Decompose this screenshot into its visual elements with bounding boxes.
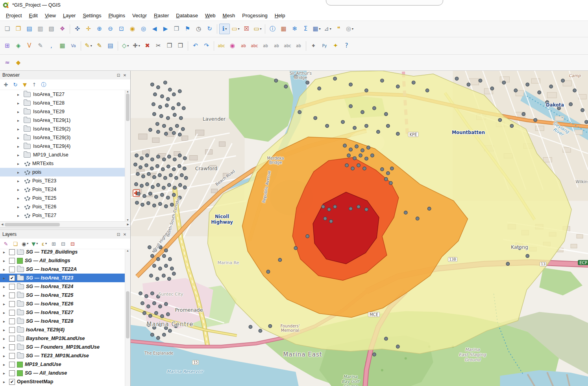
pan-map-button[interactable]: ✜ <box>72 24 83 34</box>
layer-visibility-checkbox[interactable] <box>9 310 15 316</box>
menu-item-plugins[interactable]: Plugins <box>105 11 129 20</box>
elevation-profile-button[interactable]: ≈ <box>2 57 13 68</box>
refresh-browser-button[interactable]: ↻ <box>11 80 20 89</box>
rotate-label-button[interactable]: ab <box>271 40 282 51</box>
expand-arrow-icon[interactable]: ▸ <box>17 179 21 183</box>
layer-visibility-checkbox[interactable] <box>9 249 15 255</box>
expand-arrow-icon[interactable]: ▸ <box>17 127 21 131</box>
dropdown-arrow-icon[interactable]: ▾ <box>319 28 321 31</box>
help-contents-button[interactable]: ? <box>341 40 352 51</box>
browser-item[interactable]: ▸ IsoArea_TE29 <box>0 107 125 116</box>
layer-visibility-checkbox[interactable] <box>9 318 15 324</box>
layer-item[interactable]: ▸ MP19_LandUse <box>0 360 125 369</box>
scroll-right-arrow[interactable]: ▶ <box>127 223 129 226</box>
identify-features-button[interactable]: ℹ▾ <box>219 24 230 34</box>
menu-item-web[interactable]: Web <box>202 11 219 20</box>
browser-item[interactable]: ▸ IsoArea_TE29(4) <box>0 142 125 151</box>
new-geopackage-layer-button[interactable]: ◈ <box>13 40 24 51</box>
expand-arrow-icon[interactable]: ▸ <box>3 250 7 254</box>
layer-visibility-checkbox[interactable] <box>9 284 15 290</box>
delete-selected-button[interactable]: ✖ <box>142 40 153 51</box>
move-label-button[interactable]: ab <box>260 40 271 51</box>
current-edits-button[interactable]: ✎▾ <box>83 40 94 51</box>
map-tips-button[interactable]: ❝ <box>333 24 344 34</box>
expand-arrow-icon[interactable]: ▸ <box>3 345 7 349</box>
new-virtual-layer-button[interactable]: Va <box>68 40 79 51</box>
dropdown-arrow-icon[interactable]: ▾ <box>260 28 262 31</box>
browser-item[interactable]: ▸ MRTExits <box>0 159 125 168</box>
cut-features-button[interactable]: ✂ <box>153 40 164 51</box>
layer-visibility-checkbox[interactable] <box>9 292 15 298</box>
move-diagram-button[interactable]: ab <box>293 40 304 51</box>
open-project-button[interactable]: ❐ <box>13 24 24 34</box>
layer-item[interactable]: ▸ SG — Founders_MP19LandUse <box>0 343 125 351</box>
vertex-tool-button[interactable]: ✚▾ <box>131 40 142 51</box>
dropdown-arrow-icon[interactable]: ▾ <box>45 242 47 245</box>
show-spatial-bookmarks-button[interactable]: ⚑ <box>182 24 193 34</box>
undo-button[interactable]: ↶ <box>190 40 201 51</box>
refresh-map-button[interactable]: ↻ <box>204 24 215 34</box>
dropdown-arrow-icon[interactable]: ▾ <box>27 242 28 245</box>
scroll-down-arrow[interactable]: ▼ <box>126 219 129 221</box>
expand-arrow-icon[interactable]: ▸ <box>3 259 7 263</box>
layer-item[interactable]: ▸ SG — IsoArea_TE26 <box>0 300 125 308</box>
expand-arrow-icon[interactable]: ▸ <box>17 110 21 114</box>
layer-visibility-checkbox[interactable] <box>9 353 15 359</box>
expand-arrow-icon[interactable]: ▸ <box>17 213 21 218</box>
add-selected-layers-button[interactable]: ✚ <box>2 80 10 89</box>
filter-browser-button[interactable]: ▼ <box>20 80 29 89</box>
expand-arrow-icon[interactable]: ▸ <box>3 319 7 324</box>
scrollbar-thumb[interactable] <box>126 94 129 121</box>
expand-arrow-icon[interactable]: ▸ <box>3 336 7 341</box>
new-scratch-layer-button[interactable]: ✎ <box>35 40 46 51</box>
expand-arrow-icon[interactable]: ▸ <box>17 196 21 200</box>
expand-arrow-icon[interactable]: ▸ <box>3 311 7 315</box>
expand-arrow-icon[interactable]: ▸ <box>17 205 21 209</box>
processing-toolbox-button[interactable]: ❄ <box>289 24 300 34</box>
browser-item[interactable]: ▸ IsoArea_TE28 <box>0 99 125 107</box>
expand-arrow-icon[interactable]: ▸ <box>3 293 7 298</box>
layers-vertical-scrollbar[interactable]: ▲ ▼ <box>125 249 130 386</box>
map-canvas[interactable]: Sir Arthur's BridgeLavenderCrawfordMerde… <box>131 71 588 386</box>
expand-arrow-icon[interactable]: ▸ <box>17 144 21 149</box>
layer-item[interactable]: ▸ SG — All_buildings <box>0 256 125 265</box>
dropdown-arrow-icon[interactable]: ▾ <box>91 44 92 48</box>
temporal-controller-button[interactable]: ◷ <box>193 24 204 34</box>
remove-layer-button[interactable]: ⊟ <box>68 239 77 248</box>
dropdown-arrow-icon[interactable]: ▾ <box>36 242 38 245</box>
collapse-all-button[interactable]: ↑ <box>30 80 39 89</box>
osm-place-search-button[interactable]: ⌖ <box>308 40 319 51</box>
zoom-next-button[interactable]: ▶ <box>160 24 171 34</box>
dropdown-arrow-icon[interactable]: ▾ <box>238 28 240 31</box>
layer-item[interactable]: ▸ SG — IsoArea_TE25 <box>0 291 125 300</box>
browser-item[interactable]: ▸ IsoArea_TE29(3) <box>0 133 125 142</box>
scroll-up-arrow[interactable]: ▲ <box>126 249 129 252</box>
deselect-features-button[interactable]: ☒ <box>241 24 252 34</box>
expand-arrow-icon[interactable]: ▸ <box>3 362 7 367</box>
identify-results-button[interactable]: ⓘ <box>267 24 278 34</box>
properties-widget-button[interactable]: ⓘ <box>39 80 48 89</box>
scrollbar-thumb[interactable] <box>126 291 129 338</box>
expand-arrow-icon[interactable]: ▸ <box>3 380 7 384</box>
expand-arrow-icon[interactable]: ▸ <box>3 328 7 332</box>
menu-item-help[interactable]: Help <box>271 11 289 20</box>
layer-item[interactable]: ▸ SG — TE29_Buildings <box>0 249 125 256</box>
layer-visibility-checkbox[interactable] <box>9 344 15 350</box>
browser-item[interactable]: ▸ IsoArea_TE29(1) <box>0 116 125 125</box>
pan-to-selection-button[interactable]: ✛ <box>83 24 94 34</box>
expand-arrow-icon[interactable]: ▸ <box>17 153 21 157</box>
expand-arrow-icon[interactable]: ▸ <box>3 276 7 280</box>
statistical-summary-button[interactable]: Σ <box>300 24 311 34</box>
browser-vertical-scrollbar[interactable]: ▲ ▼ <box>125 90 130 221</box>
add-group-button[interactable]: ❏ <box>11 239 20 248</box>
menu-item-project[interactable]: Project <box>2 11 26 20</box>
shape-digitizing-button[interactable]: ◆ <box>13 57 24 68</box>
new-project-button[interactable]: ❏ <box>2 24 13 34</box>
close-panel-button[interactable]: ✕ <box>122 231 128 237</box>
layer-visibility-checkbox[interactable] <box>9 267 15 272</box>
panel-splitter[interactable] <box>0 227 130 230</box>
browser-item[interactable]: ▸ Pois_TE25 <box>0 194 125 202</box>
layer-item[interactable]: ▸ Bayshore_MP19LandUse <box>0 334 125 343</box>
manage-map-themes-button[interactable]: ◉▾ <box>20 239 30 248</box>
browser-item[interactable]: ▸ IsoArea_TE27 <box>0 90 125 99</box>
